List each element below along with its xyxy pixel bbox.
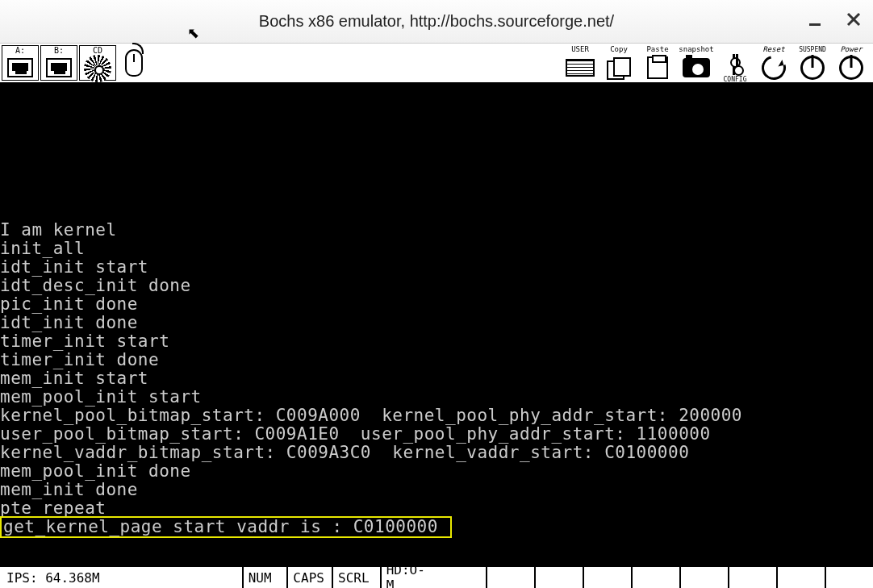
console-line: idt_init start bbox=[0, 258, 873, 277]
status-num: NUM bbox=[242, 567, 287, 588]
status-spacer bbox=[583, 567, 631, 588]
drive-b-label: B: bbox=[54, 46, 64, 56]
config-button[interactable]: CONFIG bbox=[716, 45, 754, 81]
console-line: idt_desc_init done bbox=[0, 277, 873, 295]
status-bar: IPS: 64.368M NUM CAPS SCRL HD:O-M bbox=[0, 565, 873, 588]
console-line: init_all bbox=[0, 240, 873, 258]
cd-icon bbox=[84, 55, 111, 82]
console-line: user_pool_bitmap_start: C009A1E0 user_po… bbox=[0, 425, 873, 444]
power-icon bbox=[839, 56, 863, 80]
status-spacer bbox=[728, 567, 776, 588]
reset-button[interactable]: Reset bbox=[755, 45, 792, 81]
snapshot-button[interactable]: snapshot bbox=[678, 45, 715, 81]
console-line: timer_init start bbox=[0, 332, 873, 351]
status-spacers bbox=[437, 567, 873, 588]
copy-icon bbox=[607, 57, 631, 78]
snapshot-label: snapshot bbox=[679, 45, 713, 54]
suspend-button[interactable]: SUSPEND bbox=[794, 45, 831, 81]
status-spacer bbox=[534, 567, 583, 588]
mouse-toggle-button[interactable] bbox=[118, 45, 150, 81]
camera-icon bbox=[683, 58, 710, 77]
cursor-icon: ⬉ bbox=[187, 24, 199, 42]
copy-label: Copy bbox=[610, 45, 628, 54]
status-spacer bbox=[437, 567, 486, 588]
status-spacer bbox=[486, 567, 534, 588]
paste-icon bbox=[647, 56, 668, 79]
window-titlebar: ⬉ Bochs x86 emulator, http://bochs.sourc… bbox=[0, 0, 873, 44]
console-line: kernel_pool_bitmap_start: C009A000 kerne… bbox=[0, 407, 873, 425]
copy-button[interactable]: Copy bbox=[600, 45, 637, 81]
floppy-icon bbox=[46, 58, 72, 77]
console-line: mem_init done bbox=[0, 481, 873, 499]
toolbar-right: USER Copy Paste snapshot CONFIG Reset SU… bbox=[562, 44, 870, 81]
window-title: Bochs x86 emulator, http://bochs.sourcef… bbox=[259, 12, 614, 31]
minimize-button[interactable] bbox=[804, 8, 826, 31]
status-scrl: SCRL bbox=[332, 567, 380, 588]
close-button[interactable] bbox=[842, 8, 865, 31]
console-line: mem_pool_init done bbox=[0, 462, 873, 481]
status-spacer bbox=[776, 567, 825, 588]
console-line-highlighted: get_kernel_page start vaddr is : C010000… bbox=[0, 518, 873, 538]
console-line: mem_pool_init start bbox=[0, 388, 873, 407]
console-line: I am kernel bbox=[0, 221, 873, 240]
status-spacer bbox=[631, 567, 679, 588]
console-line: mem_init start bbox=[0, 369, 873, 388]
status-ips: IPS: 64.368M bbox=[0, 567, 242, 588]
drive-a-label: A: bbox=[15, 46, 25, 56]
mouse-icon bbox=[125, 49, 143, 77]
window-controls bbox=[804, 8, 865, 31]
status-spacer bbox=[679, 567, 728, 588]
floppy-icon bbox=[7, 58, 33, 77]
console-output: I am kernelinit_allidt_init startidt_des… bbox=[0, 84, 873, 565]
drive-cd-button[interactable]: CD bbox=[79, 45, 116, 81]
reset-label: Reset bbox=[762, 45, 784, 54]
toolbar: A: B: CD USER Copy Paste snapshot bbox=[0, 44, 873, 84]
user-button[interactable]: USER bbox=[562, 45, 599, 81]
drive-a-button[interactable]: A: bbox=[2, 45, 39, 81]
config-label: CONFIG bbox=[724, 75, 747, 84]
paste-label: Paste bbox=[646, 45, 668, 54]
paste-button[interactable]: Paste bbox=[639, 45, 676, 81]
user-label: USER bbox=[571, 45, 589, 54]
drive-b-button[interactable]: B: bbox=[40, 45, 77, 81]
suspend-icon bbox=[800, 56, 825, 80]
status-spacer bbox=[825, 567, 873, 588]
status-hd: HD:O-M bbox=[380, 567, 437, 588]
console-line: timer_init done bbox=[0, 351, 873, 369]
power-label: Power bbox=[840, 45, 862, 54]
status-caps: CAPS bbox=[286, 567, 332, 588]
keyboard-icon bbox=[566, 59, 595, 77]
console-line: pte repeat bbox=[0, 499, 873, 518]
highlight-box: get_kernel_page start vaddr is : C010000… bbox=[0, 516, 452, 538]
console-line: pic_init done bbox=[0, 295, 873, 314]
drive-cd-label: CD bbox=[93, 46, 102, 55]
suspend-label: SUSPEND bbox=[799, 45, 826, 54]
console-line: idt_init done bbox=[0, 314, 873, 332]
console-line: kernel_vaddr_bitmap_start: C009A3C0 kern… bbox=[0, 444, 873, 462]
power-button[interactable]: Power bbox=[833, 45, 870, 81]
svg-rect-0 bbox=[809, 23, 821, 26]
reset-icon bbox=[758, 51, 791, 84]
toolbar-left: A: B: CD bbox=[0, 44, 150, 81]
sliders-icon bbox=[733, 54, 738, 75]
